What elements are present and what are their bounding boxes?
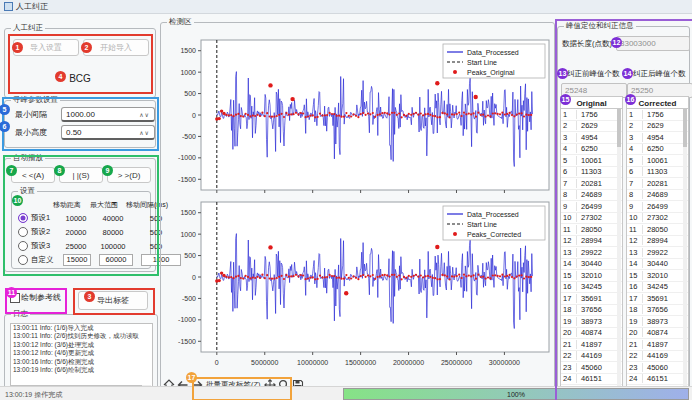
autoplay-next-button[interactable]: > >(D) — [107, 167, 151, 183]
min-height-spinner[interactable]: 0.50 ∧∨ — [61, 125, 155, 140]
peak-list-row[interactable]: 2446151 — [627, 374, 688, 386]
autoplay-group: 自动播放 < <(A) | |(S) > >(D) 设置 移动距离最大范围移动间… — [4, 158, 156, 272]
peak-list-row[interactable]: 1027302 — [627, 213, 688, 225]
svg-text:500: 500 — [184, 252, 196, 259]
svg-text:1000: 1000 — [180, 231, 196, 238]
peak-list-row[interactable]: 34954 — [627, 132, 688, 144]
preset-name: 预设3 — [31, 241, 59, 251]
log-group: 日志 13:00:11 Info: (1/6)导入完成13:00:11 Info… — [4, 314, 158, 394]
peak-list-row[interactable]: 2141897 — [627, 339, 688, 351]
preset-radio[interactable] — [18, 241, 28, 251]
peak-list-row[interactable]: 22629 — [561, 121, 622, 133]
import-settings-button[interactable]: 导入设置 — [13, 39, 79, 56]
peak-list-row[interactable]: 34954 — [561, 132, 622, 144]
spinner-arrows-icon[interactable]: ∧∨ — [139, 129, 150, 136]
peak-list-row[interactable]: 11756 — [561, 109, 622, 121]
peak-list-row[interactable]: 1329922 — [627, 247, 688, 259]
svg-text:30000000: 30000000 — [489, 359, 520, 366]
peak-list-row[interactable]: 1228994 — [627, 236, 688, 248]
preset-value: 80000 — [93, 228, 133, 237]
peak-list-row[interactable]: 11756 — [627, 109, 688, 121]
peak-list-row[interactable]: 1228994 — [561, 236, 622, 248]
peak-list-row[interactable]: 720281 — [561, 178, 622, 190]
peak-list-row[interactable]: 46250 — [627, 144, 688, 156]
peak-list-row[interactable]: 1329922 — [561, 247, 622, 259]
app-icon — [4, 2, 13, 11]
export-labels-button[interactable]: 导出标签 — [78, 291, 148, 310]
reference-line-checkbox[interactable] — [10, 293, 20, 303]
peak-list-row[interactable]: 1938973 — [627, 316, 688, 328]
min-interval-label: 最小间隔 — [15, 109, 47, 120]
peak-list-row[interactable]: 1532010 — [561, 270, 622, 282]
peak-list-row[interactable]: 824689 — [627, 190, 688, 202]
preset-radio[interactable] — [18, 255, 28, 265]
peak-list-row[interactable]: 1837656 — [627, 305, 688, 317]
manual-group-title: 人工纠正 — [11, 24, 45, 32]
svg-text:1500: 1500 — [180, 47, 196, 54]
peak-list-row[interactable]: 2141897 — [561, 339, 622, 351]
peak-list-row[interactable]: 510061 — [627, 155, 688, 167]
peak-list-row[interactable]: 1735691 — [627, 293, 688, 305]
preset-radio[interactable] — [18, 227, 28, 237]
corrected-peaks-list[interactable]: 1175622629349544625051006161130372028182… — [626, 108, 689, 395]
original-list-scrollbar[interactable] — [617, 109, 621, 392]
original-peaks-chart[interactable]: -1500-1000-500050010001500Data_Processed… — [161, 34, 553, 198]
preset-value-input[interactable]: 60000 — [99, 254, 133, 266]
peak-list-row[interactable]: 1027302 — [561, 213, 622, 225]
autoplay-pause-button[interactable]: | |(S) — [59, 167, 103, 183]
peak-list-row[interactable]: 824689 — [561, 190, 622, 202]
title-bar[interactable]: 人工纠正 — [0, 0, 692, 14]
peak-list-row[interactable]: 611303 — [561, 167, 622, 179]
preset-value: 40000 — [93, 214, 133, 223]
peak-list-row[interactable]: 2244169 — [627, 351, 688, 363]
preset-value: 20000 — [59, 228, 93, 237]
peak-list-row[interactable]: 2244169 — [561, 351, 622, 363]
peak-list-row[interactable]: 1128050 — [627, 224, 688, 236]
peak-list-row[interactable]: 926499 — [627, 201, 688, 213]
peak-list-row[interactable]: 2345060 — [561, 362, 622, 374]
svg-text:-1500: -1500 — [178, 338, 196, 345]
svg-text:-1000: -1000 — [178, 316, 196, 323]
svg-text:Start Line: Start Line — [467, 59, 497, 66]
peak-list-row[interactable]: 926499 — [561, 201, 622, 213]
peak-list-row[interactable]: 2040874 — [561, 328, 622, 340]
original-peaks-list[interactable]: 1175622629349544625051006161130372028182… — [560, 108, 623, 395]
peak-list-row[interactable]: 1634245 — [627, 282, 688, 294]
preset-name: 预设1 — [31, 213, 59, 223]
peak-list-row[interactable]: 1634245 — [561, 282, 622, 294]
window-title: 人工纠正 — [16, 1, 48, 12]
preset-radio[interactable] — [18, 213, 28, 223]
peak-list-row[interactable]: 1532010 — [627, 270, 688, 282]
log-output[interactable]: 13:00:11 Info: (1/6)导入完成13:00:11 Info: (… — [10, 323, 153, 387]
peak-list-row[interactable]: 1430440 — [561, 259, 622, 271]
preset-table-header: 移动距离最大范围移动间隔(ms) — [50, 200, 170, 210]
data-length-label: 数据长度(点数) — [562, 39, 612, 49]
svg-text:-500: -500 — [182, 295, 196, 302]
peak-list-row[interactable]: 611303 — [627, 167, 688, 179]
corrected-peaks-chart[interactable]: -1500-1000-50005001000150005000000100000… — [161, 196, 553, 376]
peak-list-row[interactable]: 720281 — [627, 178, 688, 190]
peak-list-row[interactable]: 1128050 — [561, 224, 622, 236]
peak-list-row[interactable]: 1735691 — [561, 293, 622, 305]
peak-list-row[interactable]: 2446151 — [561, 374, 622, 386]
peak-list-row[interactable]: 510061 — [561, 155, 622, 167]
svg-text:25000000: 25000000 — [441, 359, 472, 366]
peak-list-row[interactable]: 1938973 — [561, 316, 622, 328]
start-import-button[interactable]: 开始导入 — [83, 39, 149, 56]
log-line: 13:00:11 Info: (1/6)导入完成 — [11, 324, 152, 332]
autoplay-prev-button[interactable]: < <(A) — [11, 167, 55, 183]
peak-list-row[interactable]: 2040874 — [627, 328, 688, 340]
min-interval-spinner[interactable]: 1000.00 ∧∨ — [61, 107, 155, 122]
spinner-arrows-icon[interactable]: ∧∨ — [139, 111, 150, 118]
preset-row: 预设325000100000500 — [18, 240, 179, 252]
peak-list-row[interactable]: 2345060 — [627, 362, 688, 374]
peak-list-row[interactable]: 1837656 — [561, 305, 622, 317]
peak-list-row[interactable]: 1430440 — [627, 259, 688, 271]
peak-list-row[interactable]: 22629 — [627, 121, 688, 133]
peak-list-row[interactable]: 46250 — [561, 144, 622, 156]
svg-text:20000000: 20000000 — [393, 359, 424, 366]
corrected-list-scrollbar[interactable] — [683, 109, 687, 392]
preset-col-header: 移动距离 — [50, 200, 84, 210]
min-height-value: 0.50 — [66, 128, 82, 137]
preset-value-input[interactable]: 15000 — [63, 254, 91, 266]
